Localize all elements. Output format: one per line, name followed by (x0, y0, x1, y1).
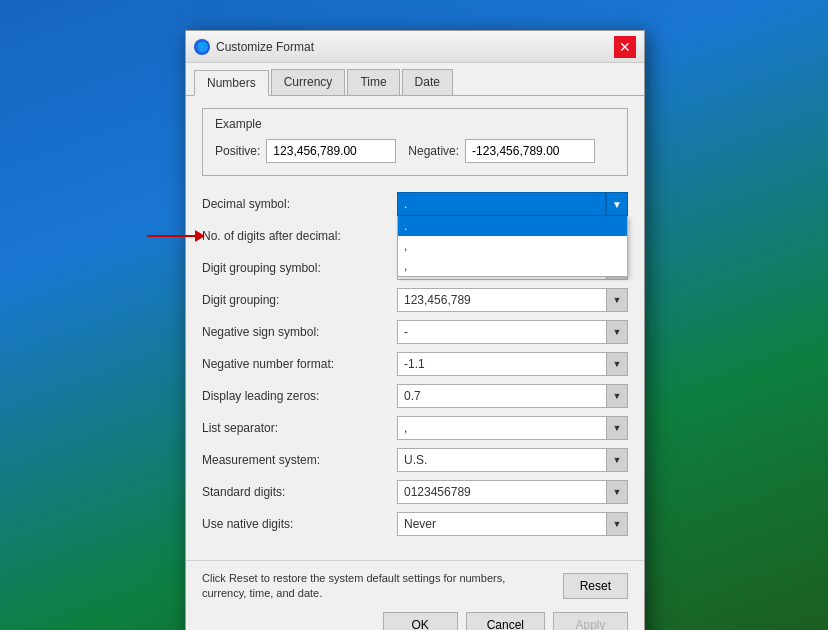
standard-digits-dropdown[interactable]: 0123456789 (397, 480, 628, 504)
digit-grouping-symbol-label: Digit grouping symbol: (202, 261, 397, 275)
decimal-symbol-value[interactable]: . (397, 192, 606, 216)
cancel-button[interactable]: Cancel (466, 612, 545, 630)
negative-number-format-dropdown-container: -1.1 ▼ (397, 352, 628, 376)
tab-time[interactable]: Time (347, 69, 399, 95)
title-bar: 🌐 Customize Format ✕ (186, 31, 644, 63)
measurement-system-dropdown-container: U.S. ▼ (397, 448, 628, 472)
standard-digits-field: Standard digits: 0123456789 ▼ (202, 480, 628, 504)
display-leading-zeros-field: Display leading zeros: 0.7 ▼ (202, 384, 628, 408)
example-group: Example Positive: Negative: (202, 108, 628, 176)
negative-sign-dropdown-container: - ▼ (397, 320, 628, 344)
negative-sign-dropdown[interactable]: - (397, 320, 628, 344)
negative-sign-field: Negative sign symbol: - ▼ (202, 320, 628, 344)
digit-grouping-label: Digit grouping: (202, 293, 397, 307)
standard-digits-dropdown-container: 0123456789 ▼ (397, 480, 628, 504)
measurement-system-dropdown[interactable]: U.S. (397, 448, 628, 472)
decimal-symbol-field: Decimal symbol: . ▼ . , , (202, 192, 628, 216)
list-separator-dropdown-container: , ▼ (397, 416, 628, 440)
tab-bar: Numbers Currency Time Date (186, 63, 644, 96)
reset-button[interactable]: Reset (563, 573, 628, 599)
apply-button[interactable]: Apply (553, 612, 628, 630)
decimal-symbol-dropdown-container: . ▼ . , , (397, 192, 628, 216)
tab-date[interactable]: Date (402, 69, 453, 95)
decimal-symbol-arrow[interactable]: ▼ (606, 192, 628, 216)
positive-value[interactable] (266, 139, 396, 163)
use-native-digits-label: Use native digits: (202, 517, 397, 531)
decimal-symbol-popup: . , , (397, 216, 628, 277)
example-label: Example (215, 117, 615, 131)
measurement-system-field: Measurement system: U.S. ▼ (202, 448, 628, 472)
reset-text: Click Reset to restore the system defaul… (202, 571, 552, 602)
display-leading-zeros-dropdown[interactable]: 0.7 (397, 384, 628, 408)
negative-number-format-field: Negative number format: -1.1 ▼ (202, 352, 628, 376)
content-area: Example Positive: Negative: Decimal symb… (186, 96, 644, 560)
list-separator-label: List separator: (202, 421, 397, 435)
close-button[interactable]: ✕ (614, 36, 636, 58)
negative-label: Negative: (408, 144, 459, 158)
negative-number-format-dropdown[interactable]: -1.1 (397, 352, 628, 376)
decimal-symbol-label: Decimal symbol: (202, 197, 397, 211)
use-native-digits-field: Use native digits: Never ▼ (202, 512, 628, 536)
tab-numbers[interactable]: Numbers (194, 70, 269, 96)
footer: Click Reset to restore the system defaul… (186, 560, 644, 630)
use-native-digits-dropdown-container: Never ▼ (397, 512, 628, 536)
standard-digits-label: Standard digits: (202, 485, 397, 499)
use-native-digits-dropdown[interactable]: Never (397, 512, 628, 536)
negative-sign-label: Negative sign symbol: (202, 325, 397, 339)
negative-number-format-label: Negative number format: (202, 357, 397, 371)
display-leading-zeros-dropdown-container: 0.7 ▼ (397, 384, 628, 408)
window-icon: 🌐 (194, 39, 210, 55)
negative-value[interactable] (465, 139, 595, 163)
list-separator-field: List separator: , ▼ (202, 416, 628, 440)
popup-item-comma1[interactable]: , (398, 236, 627, 256)
digit-grouping-dropdown-container: 123,456,789 ▼ (397, 288, 628, 312)
ok-button[interactable]: OK (383, 612, 458, 630)
list-separator-dropdown[interactable]: , (397, 416, 628, 440)
digits-after-decimal-label: No. of digits after decimal: (202, 229, 397, 243)
popup-item-comma2[interactable]: , (398, 256, 627, 276)
measurement-system-label: Measurement system: (202, 453, 397, 467)
tab-currency[interactable]: Currency (271, 69, 346, 95)
popup-item-dot[interactable]: . (398, 216, 627, 236)
positive-label: Positive: (215, 144, 260, 158)
display-leading-zeros-label: Display leading zeros: (202, 389, 397, 403)
digit-grouping-field: Digit grouping: 123,456,789 ▼ (202, 288, 628, 312)
window-title: Customize Format (216, 40, 314, 54)
digit-grouping-dropdown[interactable]: 123,456,789 (397, 288, 628, 312)
